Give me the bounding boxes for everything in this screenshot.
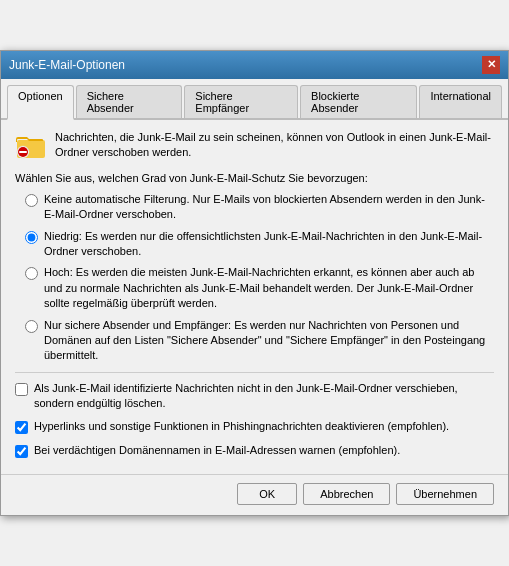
close-button[interactable]: ✕: [482, 56, 500, 74]
radio-keine[interactable]: [25, 194, 38, 207]
radio-nur-sichere[interactable]: [25, 320, 38, 333]
abbrechen-button[interactable]: Abbrechen: [303, 483, 390, 505]
checkbox-phishing-label[interactable]: Hyperlinks und sonstige Funktionen in Ph…: [34, 419, 449, 434]
checkbox-phishing[interactable]: [15, 421, 28, 434]
radio-niedrig-label[interactable]: Niedrig: Es werden nur die offensichtlic…: [44, 229, 494, 260]
tab-sichere-absender[interactable]: Sichere Absender: [76, 85, 183, 118]
radio-niedrig[interactable]: [25, 231, 38, 244]
checkbox-loeschen-label[interactable]: Als Junk-E-Mail identifizierte Nachricht…: [34, 381, 494, 412]
radio-hoch-label[interactable]: Hoch: Es werden die meisten Junk-E-Mail-…: [44, 265, 494, 311]
info-description: Nachrichten, die Junk-E-Mail zu sein sch…: [55, 130, 494, 161]
checkbox-domaenennamen-label[interactable]: Bei verdächtigen Domänennamen in E-Mail-…: [34, 443, 400, 458]
tab-content: Nachrichten, die Junk-E-Mail zu sein sch…: [1, 120, 508, 474]
checkbox-item-domaenennamen: Bei verdächtigen Domänennamen in E-Mail-…: [15, 443, 494, 458]
info-box: Nachrichten, die Junk-E-Mail zu sein sch…: [15, 130, 494, 162]
checkbox-domaenennamen[interactable]: [15, 445, 28, 458]
radio-item-keine: Keine automatische Filterung. Nur E-Mail…: [25, 192, 494, 223]
checkbox-item-phishing: Hyperlinks und sonstige Funktionen in Ph…: [15, 419, 494, 434]
radio-item-nur-sichere: Nur sichere Absender und Empfänger: Es w…: [25, 318, 494, 364]
dialog-window: Junk-E-Mail-Optionen ✕ Optionen Sichere …: [0, 50, 509, 516]
checkbox-group: Als Junk-E-Mail identifizierte Nachricht…: [15, 381, 494, 459]
window-title: Junk-E-Mail-Optionen: [9, 58, 125, 72]
radio-keine-label[interactable]: Keine automatische Filterung. Nur E-Mail…: [44, 192, 494, 223]
folder-icon: [15, 130, 47, 162]
radio-hoch[interactable]: [25, 267, 38, 280]
radio-item-hoch: Hoch: Es werden die meisten Junk-E-Mail-…: [25, 265, 494, 311]
button-row: OK Abbrechen Übernehmen: [1, 474, 508, 515]
ok-button[interactable]: OK: [237, 483, 297, 505]
divider: [15, 372, 494, 373]
radio-group: Keine automatische Filterung. Nur E-Mail…: [25, 192, 494, 364]
uebernehmen-button[interactable]: Übernehmen: [396, 483, 494, 505]
svg-rect-3: [19, 151, 27, 153]
radio-item-niedrig: Niedrig: Es werden nur die offensichtlic…: [25, 229, 494, 260]
tab-sichere-empfanger[interactable]: Sichere Empfänger: [184, 85, 298, 118]
tab-blockierte-absender[interactable]: Blockierte Absender: [300, 85, 417, 118]
tab-international[interactable]: International: [419, 85, 502, 118]
tab-strip: Optionen Sichere Absender Sichere Empfän…: [1, 79, 508, 120]
checkbox-loeschen[interactable]: [15, 383, 28, 396]
title-bar: Junk-E-Mail-Optionen ✕: [1, 51, 508, 79]
radio-nur-sichere-label[interactable]: Nur sichere Absender und Empfänger: Es w…: [44, 318, 494, 364]
tab-optionen[interactable]: Optionen: [7, 85, 74, 120]
checkbox-item-loeschen: Als Junk-E-Mail identifizierte Nachricht…: [15, 381, 494, 412]
section-label: Wählen Sie aus, welchen Grad von Junk-E-…: [15, 172, 494, 184]
